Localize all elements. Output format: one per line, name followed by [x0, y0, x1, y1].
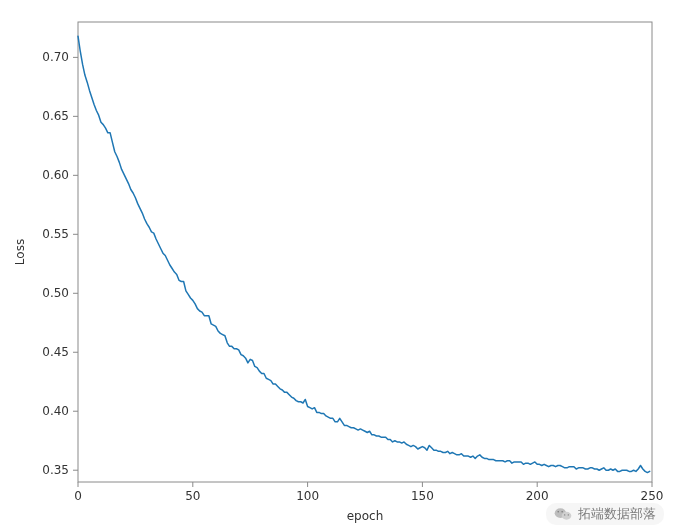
y-tick-label: 0.50	[42, 286, 69, 300]
y-tick-label: 0.45	[42, 345, 69, 359]
loss-chart: 0.350.400.450.500.550.600.650.70 0501001…	[0, 0, 678, 531]
x-tick-label: 100	[296, 489, 319, 503]
x-tick-label: 50	[185, 489, 200, 503]
x-tick-label: 250	[641, 489, 664, 503]
y-tick-label: 0.60	[42, 168, 69, 182]
x-tick-label: 0	[74, 489, 82, 503]
y-tick-label: 0.55	[42, 227, 69, 241]
y-tick-label: 0.65	[42, 109, 69, 123]
chart-svg: 0.350.400.450.500.550.600.650.70 0501001…	[0, 0, 678, 531]
y-tick-label: 0.35	[42, 463, 69, 477]
y-tick-label: 0.70	[42, 50, 69, 64]
x-tick-label: 200	[526, 489, 549, 503]
y-axis-label: Loss	[13, 239, 27, 265]
plot-border	[78, 22, 652, 482]
y-tick-label: 0.40	[42, 404, 69, 418]
y-axis: 0.350.400.450.500.550.600.650.70	[42, 50, 78, 477]
x-axis: 050100150200250	[74, 482, 663, 503]
x-axis-label: epoch	[347, 509, 384, 523]
loss-line	[78, 36, 650, 472]
x-tick-label: 150	[411, 489, 434, 503]
